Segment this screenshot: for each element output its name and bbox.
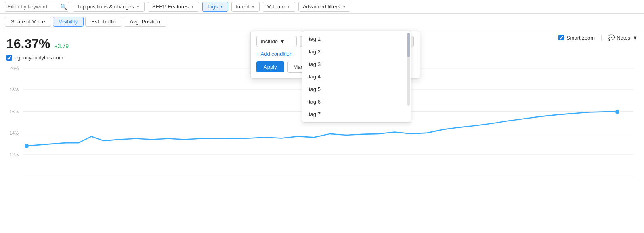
right-controls: Smart zoom | 💬 Notes ▼ <box>558 34 638 41</box>
serp-features-label: SERP Features <box>152 4 189 10</box>
search-button[interactable]: 🔍 <box>60 4 67 10</box>
toolbar: 🔍 Top positions & changes ▼ SERP Feature… <box>0 0 644 14</box>
svg-text:16%: 16% <box>10 109 19 114</box>
intent-dropdown[interactable]: Intent ▼ <box>231 2 259 12</box>
svg-text:18%: 18% <box>10 87 19 92</box>
add-condition-label: + Add condition <box>256 51 292 57</box>
top-positions-dropdown[interactable]: Top positions & changes ▼ <box>73 2 145 12</box>
advanced-filters-dropdown[interactable]: Advanced filters ▼ <box>298 2 350 12</box>
tab-share-of-voice[interactable]: Share of Voice <box>5 17 51 27</box>
add-condition-button[interactable]: + Add condition <box>256 51 292 57</box>
volume-chevron-icon: ▼ <box>287 4 291 9</box>
tag-item-4[interactable]: tag 4 <box>302 70 411 83</box>
tab-avg-position[interactable]: Avg. Position <box>124 17 166 27</box>
scrollbar[interactable] <box>407 33 410 106</box>
notes-button[interactable]: 💬 Notes ▼ <box>608 34 638 41</box>
tags-chevron-icon: ▼ <box>220 4 224 9</box>
metric-value: 16.37% <box>6 36 50 51</box>
serp-features-dropdown[interactable]: SERP Features ▼ <box>148 2 199 12</box>
tags-dropdown[interactable]: Tags ▼ <box>202 2 228 12</box>
apply-button[interactable]: Apply <box>256 61 284 72</box>
notes-label: Notes <box>617 35 630 41</box>
tab-est-traffic[interactable]: Est. Traffic <box>85 17 122 27</box>
filter-keyword-input[interactable] <box>8 4 60 10</box>
volume-label: Volume <box>267 4 285 10</box>
tag-item-3[interactable]: tag 3 <box>302 58 411 70</box>
tag-item-5[interactable]: tag 5 <box>302 83 411 95</box>
domain-checkbox[interactable] <box>6 55 12 61</box>
intent-chevron-icon: ▼ <box>251 4 255 9</box>
include-select[interactable]: Include ▼ <box>256 36 297 47</box>
include-label: Include <box>261 38 278 44</box>
serp-features-chevron-icon: ▼ <box>191 4 195 9</box>
tag-item-1[interactable]: tag 1 <box>302 33 411 45</box>
scrollbar-thumb[interactable] <box>407 33 410 57</box>
metric-delta: +3.79 <box>55 43 69 49</box>
advanced-filters-chevron-icon: ▼ <box>342 4 346 9</box>
tag-item-6[interactable]: tag 6 <box>302 95 411 108</box>
tag-list-dropdown: tag 1 tag 2 tag 3 tag 4 tag 5 tag 6 tag … <box>302 31 411 123</box>
smart-zoom-wrap: Smart zoom <box>558 35 595 41</box>
volume-dropdown[interactable]: Volume ▼ <box>263 2 295 12</box>
tabs-row: Share of Voice Visibility Est. Traffic A… <box>0 14 644 30</box>
chart-start-dot <box>25 144 29 148</box>
smart-zoom-checkbox[interactable] <box>558 35 564 40</box>
advanced-filters-label: Advanced filters <box>303 4 340 10</box>
tag-item-2[interactable]: tag 2 <box>302 45 411 58</box>
separator: | <box>600 34 602 41</box>
filter-input-wrap: 🔍 <box>5 2 69 12</box>
smart-zoom-label: Smart zoom <box>566 35 595 41</box>
top-positions-label: Top positions & changes <box>77 4 134 10</box>
tags-label: Tags <box>207 4 218 10</box>
svg-text:14%: 14% <box>10 131 19 136</box>
notes-icon: 💬 <box>608 34 615 41</box>
svg-text:12%: 12% <box>10 152 19 157</box>
chart-end-dot <box>615 110 619 114</box>
intent-label: Intent <box>236 4 249 10</box>
domain-label: agencyanalytics.com <box>15 55 63 61</box>
top-positions-chevron-icon: ▼ <box>136 4 140 9</box>
include-chevron-icon: ▼ <box>280 38 285 44</box>
svg-text:20%: 20% <box>10 66 19 71</box>
tab-visibility[interactable]: Visibility <box>53 17 84 27</box>
notes-chevron-icon: ▼ <box>632 35 638 41</box>
tag-item-7[interactable]: tag 7 <box>302 108 411 121</box>
